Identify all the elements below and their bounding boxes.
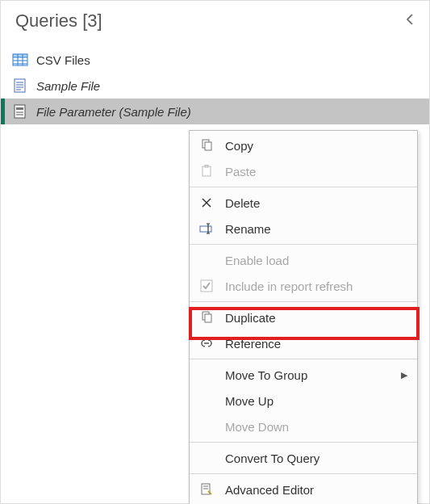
queries-panel: Queries [3] CSV Files bbox=[0, 0, 430, 504]
menu-item-duplicate[interactable]: Duplicate bbox=[190, 304, 417, 330]
table-icon bbox=[12, 52, 28, 67]
menu-label: Delete bbox=[225, 196, 407, 210]
svg-rect-14 bbox=[16, 107, 23, 110]
menu-item-rename[interactable]: Rename bbox=[190, 216, 417, 242]
menu-label: Duplicate bbox=[225, 311, 407, 325]
collapse-chevron-icon[interactable] bbox=[402, 9, 418, 32]
menu-label: Reference bbox=[225, 337, 407, 351]
menu-item-reference[interactable]: Reference bbox=[190, 330, 417, 356]
panel-header: Queries [3] bbox=[1, 1, 429, 45]
check-icon bbox=[198, 279, 215, 292]
svg-rect-20 bbox=[205, 165, 208, 167]
panel-title: Queries [3] bbox=[15, 10, 102, 32]
advanced-editor-icon bbox=[198, 483, 215, 496]
param-icon bbox=[12, 104, 28, 119]
rename-icon bbox=[198, 223, 215, 234]
menu-separator bbox=[190, 244, 417, 245]
menu-separator bbox=[190, 473, 417, 474]
menu-item-move-up[interactable]: Move Up bbox=[190, 388, 417, 414]
menu-separator bbox=[190, 442, 417, 443]
svg-rect-8 bbox=[15, 79, 25, 92]
query-item-csv-files[interactable]: CSV Files bbox=[1, 47, 429, 73]
submenu-arrow-icon: ▶ bbox=[401, 370, 407, 380]
query-item-sample-file[interactable]: Sample File bbox=[1, 73, 429, 99]
svg-rect-18 bbox=[205, 142, 211, 150]
menu-item-move-to-group[interactable]: Move To Group ▶ bbox=[190, 362, 417, 388]
query-item-file-parameter[interactable]: File Parameter (Sample File) bbox=[1, 99, 429, 124]
doc-icon bbox=[12, 78, 28, 93]
menu-label: Include in report refresh bbox=[225, 279, 407, 293]
menu-separator bbox=[190, 359, 417, 359]
svg-rect-7 bbox=[13, 54, 27, 57]
delete-icon bbox=[198, 197, 215, 208]
query-label: CSV Files bbox=[36, 53, 90, 67]
duplicate-icon bbox=[198, 311, 215, 324]
query-label: File Parameter (Sample File) bbox=[36, 105, 191, 119]
menu-label: Move Up bbox=[225, 394, 407, 408]
svg-rect-13 bbox=[15, 105, 25, 118]
svg-rect-29 bbox=[205, 314, 211, 322]
menu-item-move-down: Move Down bbox=[190, 414, 417, 439]
menu-label: Move Down bbox=[225, 420, 407, 434]
menu-separator bbox=[190, 187, 417, 187]
menu-item-copy[interactable]: Copy bbox=[190, 132, 417, 158]
copy-icon bbox=[198, 139, 215, 152]
reference-icon bbox=[198, 337, 215, 350]
svg-rect-19 bbox=[202, 166, 211, 176]
menu-label: Copy bbox=[225, 139, 407, 153]
menu-label: Advanced Editor bbox=[225, 483, 407, 497]
menu-label: Convert To Query bbox=[225, 452, 407, 465]
query-label: Sample File bbox=[36, 79, 100, 93]
menu-item-paste: Paste bbox=[190, 158, 417, 184]
menu-item-include-refresh: Include in report refresh bbox=[190, 273, 417, 299]
menu-item-delete[interactable]: Delete bbox=[190, 190, 417, 216]
selection-bar bbox=[1, 99, 5, 124]
menu-item-advanced-editor[interactable]: Advanced Editor bbox=[190, 477, 417, 502]
menu-separator bbox=[190, 301, 417, 302]
query-list: CSV Files Sample File bbox=[1, 45, 429, 126]
menu-label: Enable load bbox=[225, 254, 407, 267]
svg-rect-23 bbox=[200, 226, 211, 232]
menu-label: Paste bbox=[225, 165, 407, 178]
context-menu: Copy Paste Delete Rename Enable load bbox=[189, 130, 418, 504]
paste-icon bbox=[198, 165, 215, 178]
menu-label: Move To Group bbox=[225, 368, 391, 382]
menu-item-enable-load: Enable load bbox=[190, 247, 417, 273]
menu-item-convert-to-query[interactable]: Convert To Query bbox=[190, 445, 417, 471]
menu-label: Rename bbox=[225, 222, 407, 236]
